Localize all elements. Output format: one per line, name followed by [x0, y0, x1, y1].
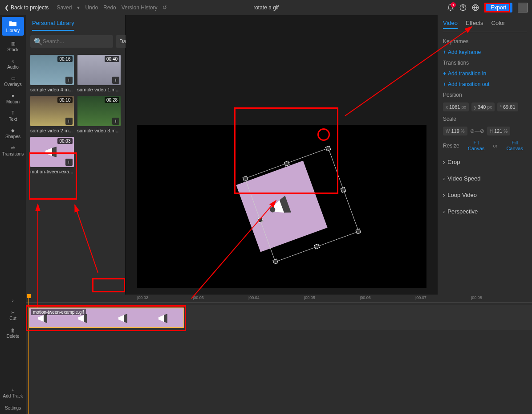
project-title[interactable]: rotate a gif [253, 4, 279, 11]
rail-stock-label: Stock [7, 47, 18, 52]
rail-overlays-label: Overlays [4, 82, 21, 87]
scissors-icon: ✂ [11, 310, 15, 315]
add-icon[interactable]: + [65, 77, 73, 84]
add-transition-out-button[interactable]: +Add transition out [443, 81, 527, 87]
export-button[interactable]: Export [484, 3, 512, 12]
plus-icon: + [12, 388, 14, 393]
perspective-section[interactable]: ›Perspective [443, 205, 527, 217]
add-keyframe-label: Add keyframe [448, 49, 481, 55]
clip-label: motion-tween-example.gif [31, 309, 86, 315]
crop-section[interactable]: ›Crop [443, 156, 527, 168]
loop-video-section[interactable]: ›Loop Video [443, 189, 527, 201]
plus-icon: + [443, 49, 446, 55]
chevron-down-icon[interactable]: ▾ [77, 4, 80, 11]
properties-tabs: Video Effects Color [443, 20, 527, 32]
notifications-icon[interactable]: 1 [447, 4, 454, 11]
tick: |00:03 [193, 295, 204, 300]
media-item[interactable]: 00:16+ sample video 4.m... [30, 55, 74, 92]
media-name: sample video 4.m... [30, 87, 74, 92]
saved-status[interactable]: Saved [57, 4, 72, 11]
search-input[interactable] [43, 38, 110, 45]
timeline-main[interactable]: |00:02 |00:03 |00:04 |00:05 |00:06 |00:0… [26, 295, 532, 414]
library-tabs: Personal Library [26, 15, 125, 31]
user-avatar[interactable] [518, 3, 528, 12]
video-speed-section[interactable]: ›Video Speed [443, 172, 527, 184]
megaphone-icon [43, 145, 61, 159]
rail-library[interactable]: Library [2, 17, 24, 36]
media-name: sample video 3.m... [77, 128, 121, 133]
or-label: or [493, 143, 498, 148]
chevron-right-icon: › [443, 208, 445, 215]
tab-color[interactable]: Color [491, 20, 505, 29]
add-icon[interactable]: + [65, 159, 73, 166]
tab-video[interactable]: Video [443, 20, 458, 29]
speed-label: Video Speed [447, 175, 480, 182]
add-transition-in-button[interactable]: +Add transition in [443, 70, 527, 77]
search-box[interactable]: 🔍 [30, 35, 113, 48]
add-keyframe-button[interactable]: +Add keyframe [443, 49, 527, 55]
cut-button[interactable]: ✂Cut [0, 307, 26, 324]
rail-transitions[interactable]: ⇄ Transitions [0, 142, 26, 159]
rail-shapes[interactable]: ◆ Shapes [0, 124, 26, 142]
redo-button[interactable]: Redo [103, 4, 116, 11]
add-icon[interactable]: + [65, 118, 73, 125]
add-icon[interactable]: + [112, 118, 119, 125]
back-to-projects-link[interactable]: ❮ Back to projects [4, 4, 49, 11]
settings-button[interactable]: Settings [0, 402, 26, 414]
scale-w-field[interactable]: W119% [443, 127, 467, 135]
duration-badge: 00:16 [57, 56, 72, 62]
duration-badge: 00:03 [57, 138, 72, 144]
help-icon[interactable] [459, 4, 467, 11]
timeline-ruler[interactable]: |00:02 |00:03 |00:04 |00:05 |00:06 |00:0… [26, 295, 532, 303]
add-track-label: Add Track [3, 394, 23, 398]
undo-button[interactable]: Undo [85, 4, 98, 11]
add-icon[interactable]: + [112, 77, 119, 84]
tab-effects[interactable]: Effects [466, 20, 483, 29]
rail-audio[interactable]: ♫ Audio [0, 55, 26, 72]
preview-canvas[interactable] [137, 125, 426, 288]
rail-library-label: Library [6, 28, 20, 33]
scale-h-field[interactable]: H121% [487, 127, 511, 135]
media-item[interactable]: 00:03+ motion-tween-exa... [30, 137, 74, 174]
fit-canvas-button[interactable]: Fit Canvas [465, 140, 488, 152]
rail-overlays[interactable]: ▭ Overlays [0, 72, 26, 90]
link-scale-icon[interactable]: ⊘—⊘ [470, 128, 484, 134]
duration-badge: 00:40 [105, 56, 119, 62]
chevron-right-icon: › [443, 192, 445, 198]
playhead[interactable] [28, 295, 29, 414]
fill-canvas-button[interactable]: Fill Canvas [503, 140, 527, 152]
rail-motion-label: Motion [6, 99, 20, 104]
globe-icon[interactable] [472, 4, 479, 11]
add-trans-in-label: Add transition in [448, 70, 486, 77]
chevron-right-icon: › [12, 298, 13, 303]
delete-button[interactable]: 🗑Delete [0, 324, 26, 342]
pos-y-field[interactable]: y340px [471, 102, 495, 111]
rail-stock[interactable]: ▥ Stock [0, 37, 26, 55]
scale-h-value: 121 [494, 128, 502, 134]
rotation-field[interactable]: °69.81 [497, 102, 518, 111]
back-label: Back to projects [11, 4, 49, 11]
media-item[interactable]: 00:10+ sample video 2.m... [30, 96, 74, 133]
loop-label: Loop Video [447, 192, 477, 198]
rail-audio-label: Audio [7, 65, 19, 70]
media-item[interactable]: 00:40+ sample video 1.m... [77, 55, 121, 92]
text-icon: T [12, 111, 14, 115]
trash-icon: 🗑 [11, 328, 15, 333]
collapse-timeline-button[interactable]: › [0, 295, 26, 307]
rail-motion[interactable]: ● Motion [0, 90, 26, 107]
rail-transitions-label: Transitions [2, 152, 24, 156]
pos-x-field[interactable]: x1081px [443, 102, 469, 111]
topbar-right: 1 Export [447, 3, 528, 12]
media-item[interactable]: 00:28+ sample video 3.m... [77, 96, 121, 133]
version-history-button[interactable]: Version History [122, 4, 158, 11]
personal-library-tab[interactable]: Personal Library [32, 20, 74, 31]
timeline-track[interactable]: motion-tween-example.gif [26, 305, 532, 330]
add-track-button[interactable]: +Add Track [0, 384, 26, 402]
chevron-right-icon: › [443, 175, 445, 182]
position-heading: Position [443, 92, 527, 98]
timeline-clip[interactable]: motion-tween-example.gif [28, 307, 184, 328]
chevron-right-icon: › [443, 159, 445, 165]
crop-label: Crop [447, 159, 460, 165]
motion-icon: ● [12, 93, 14, 98]
rail-text[interactable]: T Text [0, 107, 26, 124]
